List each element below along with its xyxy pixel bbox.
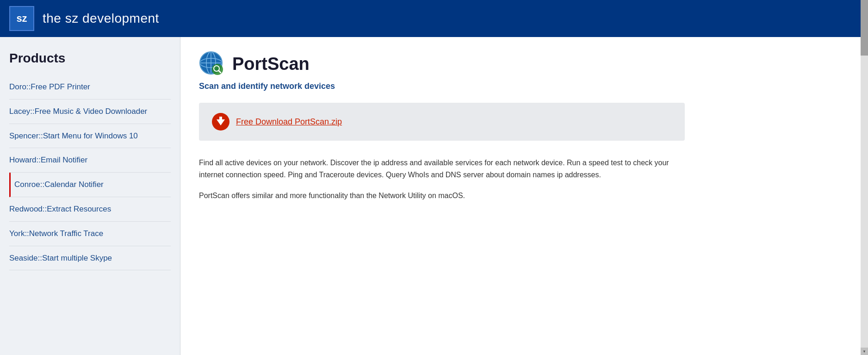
sidebar-item-doro[interactable]: Doro::Free PDF Printer <box>9 75 171 100</box>
sidebar-item-howard[interactable]: Howard::Email Notifier <box>9 148 171 173</box>
sidebar-link-conroe[interactable]: Conroe::Calendar Notifier <box>14 180 104 189</box>
sidebar-item-conroe[interactable]: Conroe::Calendar Notifier <box>9 173 171 197</box>
page-title: PortScan <box>232 54 310 74</box>
sidebar-link-york[interactable]: York::Network Traffic Trace <box>9 229 103 238</box>
header: sz the sz development <box>0 0 868 37</box>
logo-text: sz <box>16 12 27 25</box>
sidebar-item-york[interactable]: York::Network Traffic Trace <box>9 222 171 246</box>
scrollbar-down-button[interactable]: ▼ <box>861 348 868 355</box>
sidebar-link-seaside[interactable]: Seaside::Start multiple Skype <box>9 254 112 262</box>
page-header: PortScan <box>199 51 840 77</box>
main-layout: Products Doro::Free PDF Printer Lacey::F… <box>0 37 868 355</box>
sidebar-item-redwood[interactable]: Redwood::Extract Resources <box>9 197 171 222</box>
scrollbar-thumb[interactable] <box>861 0 868 56</box>
description-paragraph-1: Find all active devices on your network.… <box>199 157 671 181</box>
sidebar-item-seaside[interactable]: Seaside::Start multiple Skype <box>9 246 171 271</box>
content-area: PortScan Scan and identify network devic… <box>180 37 868 355</box>
sidebar-item-spencer[interactable]: Spencer::Start Menu for Windows 10 <box>9 124 171 149</box>
products-heading: Products <box>9 51 171 66</box>
sidebar-link-doro[interactable]: Doro::Free PDF Printer <box>9 82 90 91</box>
portscan-icon <box>199 51 225 77</box>
sidebar-item-lacey[interactable]: Lacey::Free Music & Video Downloader <box>9 100 171 124</box>
site-title: the sz development <box>43 11 159 26</box>
sidebar-link-spencer[interactable]: Spencer::Start Menu for Windows 10 <box>9 131 138 140</box>
download-link[interactable]: Free Download PortScan.zip <box>236 117 342 127</box>
sidebar-link-howard[interactable]: Howard::Email Notifier <box>9 156 87 164</box>
svg-rect-11 <box>219 117 222 121</box>
description-paragraph-2: PortScan offers similar and more functio… <box>199 190 671 202</box>
download-icon <box>212 113 229 131</box>
logo-box: sz <box>9 6 34 31</box>
sidebar-link-redwood[interactable]: Redwood::Extract Resources <box>9 205 111 213</box>
sidebar-link-lacey[interactable]: Lacey::Free Music & Video Downloader <box>9 107 147 116</box>
download-box: Free Download PortScan.zip <box>199 103 685 141</box>
scrollbar-track[interactable]: ▲ ▼ <box>861 0 868 355</box>
page-subtitle: Scan and identify network devices <box>199 81 840 91</box>
sidebar: Products Doro::Free PDF Printer Lacey::F… <box>0 37 180 355</box>
